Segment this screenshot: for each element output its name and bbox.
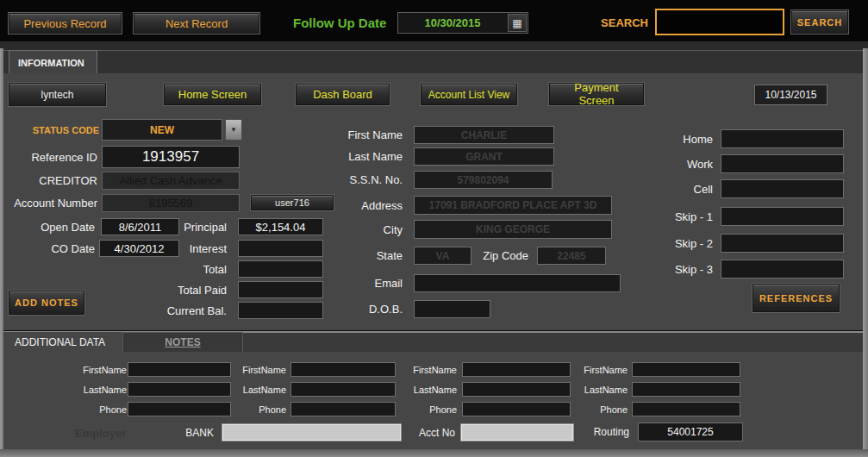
search-button[interactable]: SEARCH bbox=[791, 10, 848, 34]
calendar-icon[interactable]: ▦ bbox=[508, 14, 527, 32]
status-code-label: STATUS CODE bbox=[17, 119, 99, 141]
current-bal-field[interactable] bbox=[238, 302, 323, 319]
status-code-dropdown[interactable]: NEW bbox=[102, 119, 222, 141]
reference-id-label: Reference ID bbox=[0, 146, 97, 168]
dob-label: D.O.B. bbox=[328, 300, 403, 318]
contact2-lastname-label: LastName bbox=[209, 382, 286, 397]
total-paid-label: Total Paid bbox=[159, 281, 227, 298]
ssn-field[interactable] bbox=[414, 171, 553, 189]
tab-notes-label: NOTES bbox=[165, 336, 200, 348]
client-button[interactable]: lyntech bbox=[9, 83, 106, 106]
zip-code-field[interactable] bbox=[537, 247, 606, 265]
acct-no-field[interactable] bbox=[460, 423, 574, 441]
contact1-lastname-label: LastName bbox=[49, 382, 127, 397]
address-field[interactable] bbox=[414, 196, 612, 215]
tab-information[interactable]: INFORMATION bbox=[9, 50, 97, 74]
tab-additional-data[interactable]: ADDITIONAL DATA bbox=[3, 332, 133, 352]
nav-account-list-view-button[interactable]: Account List View bbox=[421, 84, 517, 105]
skip-2-label: Skip - 2 bbox=[638, 234, 713, 253]
principal-field[interactable] bbox=[238, 218, 323, 235]
tab-additional-data-label: ADDITIONAL DATA bbox=[15, 336, 105, 348]
account-number-label: Account Number bbox=[0, 194, 97, 212]
work-phone-label: Work bbox=[638, 154, 713, 173]
state-label: State bbox=[328, 247, 403, 265]
contact4-lastname-field[interactable] bbox=[632, 382, 740, 397]
screen-date-value: 10/13/2015 bbox=[765, 89, 816, 101]
routing-label: Routing bbox=[569, 423, 629, 441]
next-record-button[interactable]: Next Record bbox=[134, 13, 259, 34]
contact3-firstname-label: FirstName bbox=[379, 362, 457, 377]
interest-label: Interest bbox=[172, 240, 227, 257]
open-date-label: Open Date bbox=[0, 218, 95, 235]
first-name-field[interactable] bbox=[414, 126, 554, 144]
skip-1-label: Skip - 1 bbox=[638, 207, 713, 226]
address-label: Address bbox=[328, 196, 403, 215]
work-phone-field[interactable] bbox=[721, 154, 844, 173]
user-button[interactable]: user716 bbox=[251, 195, 334, 210]
co-date-field[interactable] bbox=[99, 240, 179, 257]
follow-up-date-field[interactable]: 10/30/2015 ▦ bbox=[397, 12, 528, 34]
status-dropdown-arrow-icon[interactable]: ▼ bbox=[225, 119, 242, 141]
nav-dash-board-button[interactable]: Dash Board bbox=[296, 84, 390, 105]
nav-payment-screen-button[interactable]: Payment Screen bbox=[549, 83, 644, 105]
contact4-lastname-label: LastName bbox=[550, 382, 628, 397]
skip-3-label: Skip - 3 bbox=[638, 260, 713, 279]
previous-record-button[interactable]: Previous Record bbox=[9, 13, 122, 34]
search-label: SEARCH bbox=[552, 13, 648, 32]
skip-3-field[interactable] bbox=[721, 260, 844, 279]
state-field[interactable] bbox=[414, 247, 471, 265]
top-bar: Previous Record Next Record Follow Up Da… bbox=[0, 0, 868, 41]
add-notes-button[interactable]: ADD NOTES bbox=[9, 291, 84, 315]
creditor-field[interactable] bbox=[102, 172, 240, 190]
contact1-firstname-label: FirstName bbox=[49, 362, 127, 377]
contact3-phone-label: Phone bbox=[379, 402, 457, 416]
information-tab-strip bbox=[3, 50, 863, 74]
first-name-label: First Name bbox=[328, 126, 403, 144]
zip-code-label: Zip Code bbox=[465, 247, 528, 265]
contact1-phone-label: Phone bbox=[49, 402, 127, 416]
last-name-label: Last Name bbox=[328, 147, 403, 166]
home-phone-field[interactable] bbox=[721, 129, 844, 148]
skip-1-field[interactable] bbox=[721, 207, 844, 226]
window-bottom-edge bbox=[0, 449, 868, 457]
contact2-phone-label: Phone bbox=[209, 402, 286, 416]
dob-field[interactable] bbox=[414, 300, 490, 318]
tab-notes[interactable]: NOTES bbox=[122, 332, 243, 353]
email-label: Email bbox=[328, 274, 403, 292]
home-phone-label: Home bbox=[638, 129, 713, 148]
app-window: Previous Record Next Record Follow Up Da… bbox=[0, 0, 868, 457]
follow-up-date-label: Follow Up Date bbox=[293, 12, 392, 34]
status-code-value: NEW bbox=[150, 124, 174, 136]
email-field[interactable] bbox=[414, 274, 621, 292]
open-date-field[interactable] bbox=[101, 218, 179, 235]
city-field[interactable] bbox=[414, 220, 612, 239]
follow-up-date-value: 10/30/2015 bbox=[398, 13, 507, 33]
co-date-label: CO Date bbox=[0, 240, 95, 257]
contact4-phone-field[interactable] bbox=[632, 402, 740, 416]
account-number-field[interactable] bbox=[102, 194, 240, 212]
bank-label: BANK bbox=[153, 423, 214, 441]
acct-no-label: Acct No bbox=[395, 423, 455, 441]
total-field[interactable] bbox=[238, 260, 323, 278]
cell-phone-label: Cell bbox=[638, 179, 713, 198]
principal-label: Principal bbox=[172, 218, 227, 235]
cell-phone-field[interactable] bbox=[721, 179, 844, 198]
tab-information-label: INFORMATION bbox=[18, 58, 84, 68]
window-top-strip bbox=[0, 41, 868, 50]
bank-field[interactable] bbox=[222, 423, 402, 441]
search-input[interactable] bbox=[655, 9, 784, 35]
total-paid-field[interactable] bbox=[238, 281, 323, 298]
nav-home-screen-button[interactable]: Home Screen bbox=[164, 84, 261, 105]
routing-field[interactable] bbox=[638, 423, 743, 441]
last-name-field[interactable] bbox=[414, 147, 554, 166]
city-label: City bbox=[328, 220, 403, 239]
interest-field[interactable] bbox=[238, 240, 323, 257]
contact3-lastname-label: LastName bbox=[379, 382, 457, 397]
references-button[interactable]: REFERENCES bbox=[752, 284, 840, 312]
contact4-firstname-field[interactable] bbox=[632, 362, 740, 377]
contact4-firstname-label: FirstName bbox=[550, 362, 628, 377]
reference-id-field[interactable] bbox=[102, 146, 240, 168]
creditor-label: CREDITOR bbox=[0, 172, 97, 190]
ssn-label: S.S.N. No. bbox=[328, 171, 403, 189]
skip-2-field[interactable] bbox=[721, 234, 844, 253]
